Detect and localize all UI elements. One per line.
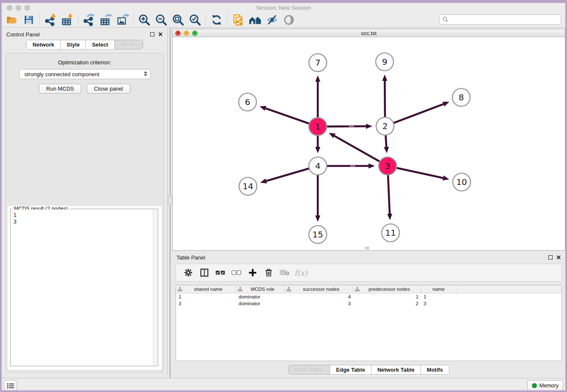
criterion-dropdown[interactable]: strongly connected component bbox=[19, 69, 151, 79]
refresh-button[interactable] bbox=[208, 13, 225, 27]
zoom-fit-icon bbox=[172, 14, 184, 26]
column-header-shared-name[interactable]: shared name bbox=[176, 285, 236, 293]
tab-motifs[interactable]: Motifs bbox=[421, 365, 449, 374]
float-panel-icon[interactable] bbox=[150, 32, 154, 36]
table-settings-button[interactable] bbox=[181, 266, 195, 279]
tab-select[interactable]: Select bbox=[86, 40, 114, 49]
tab-network[interactable]: Network bbox=[27, 40, 61, 49]
column-header-predecessor-nodes[interactable]: predecessor nodes bbox=[353, 285, 421, 293]
criterion-value: strongly connected component bbox=[25, 71, 99, 77]
export-network-button[interactable] bbox=[80, 13, 97, 27]
optimization-criterion-label: Optimization criterion: bbox=[6, 59, 163, 66]
add-column-icon bbox=[248, 268, 257, 277]
home-network-button[interactable] bbox=[247, 13, 264, 27]
table-panel-title: Table Panel bbox=[176, 254, 205, 261]
table-row[interactable]: 1 dominator 4 1 1 bbox=[176, 293, 561, 300]
search-input[interactable] bbox=[449, 15, 561, 24]
add-column-button[interactable] bbox=[245, 266, 260, 279]
edge-arrowhead-icon bbox=[260, 179, 267, 184]
delete-column-button[interactable] bbox=[261, 266, 276, 279]
run-mcds-button[interactable]: Run MCDS bbox=[39, 84, 81, 94]
table-row[interactable]: 3 dominator 3 2 3 bbox=[176, 300, 561, 307]
delete-column-icon bbox=[264, 268, 273, 277]
select-all-icon bbox=[215, 269, 226, 276]
node-table[interactable]: shared name MCDS role successor nodes pr… bbox=[176, 285, 562, 361]
zoom-out-button[interactable] bbox=[153, 13, 170, 27]
import-table-button[interactable] bbox=[59, 13, 76, 27]
graph-edge[interactable] bbox=[385, 81, 385, 118]
zoom-in-button[interactable] bbox=[136, 13, 153, 27]
toolbar-separator bbox=[133, 14, 134, 26]
function-builder-icon: f(x) bbox=[295, 268, 308, 277]
zoom-selected-icon bbox=[189, 14, 201, 26]
graph-edge[interactable] bbox=[266, 168, 310, 181]
graph-edge[interactable] bbox=[334, 136, 380, 162]
import-network-icon bbox=[44, 14, 57, 26]
graph-node-label: 11 bbox=[385, 228, 396, 238]
zoom-selected-button[interactable] bbox=[187, 13, 204, 27]
tree-icon bbox=[355, 287, 360, 292]
mcds-panel: Optimization criterion: strongly connect… bbox=[6, 53, 164, 373]
status-bar: Memory bbox=[0, 378, 567, 392]
search-field[interactable] bbox=[439, 14, 561, 25]
mcds-results-panel: MCDS result (2 nodes) 1 3 bbox=[8, 206, 162, 370]
close-panel-button[interactable]: Close panel bbox=[87, 84, 130, 94]
window-title: Session: New Session bbox=[0, 5, 567, 11]
hide-eye-icon bbox=[266, 14, 278, 26]
tab-edge-table[interactable]: Edge Table bbox=[330, 365, 371, 374]
tab-mcds[interactable]: MCDS bbox=[115, 40, 143, 49]
edge-arrowhead-icon bbox=[369, 163, 375, 168]
graph-edge[interactable] bbox=[265, 108, 310, 124]
deselect-all-button[interactable] bbox=[229, 266, 244, 279]
tree-icon bbox=[238, 287, 242, 292]
save-session-button[interactable] bbox=[20, 13, 37, 27]
task-history-button[interactable] bbox=[4, 380, 17, 391]
column-header-mcds-role[interactable]: MCDS role bbox=[236, 285, 285, 293]
network-window-titlebar[interactable]: ✕ − + scc.txt bbox=[173, 29, 565, 37]
table-header-row: shared name MCDS role successor nodes pr… bbox=[176, 285, 561, 293]
show-eye-button[interactable] bbox=[281, 13, 297, 27]
split-column-button[interactable] bbox=[197, 266, 212, 279]
select-all-button[interactable] bbox=[213, 266, 228, 279]
import-network-button[interactable] bbox=[42, 13, 59, 27]
column-header-name[interactable]: name bbox=[421, 285, 457, 293]
graph-node-label: 1 bbox=[315, 121, 321, 132]
zoom-fit-button[interactable] bbox=[170, 13, 187, 27]
mcds-result-text[interactable]: 1 3 bbox=[11, 210, 157, 365]
duplicate-network-button[interactable] bbox=[230, 13, 247, 27]
graph-edge[interactable] bbox=[385, 134, 386, 147]
result-scrollbar[interactable] bbox=[153, 210, 157, 365]
duplicate-network-icon bbox=[232, 14, 245, 26]
network-resize-grip[interactable] bbox=[365, 247, 369, 249]
function-builder-button[interactable]: f(x) bbox=[294, 266, 308, 279]
graph-node-label: 14 bbox=[242, 181, 253, 191]
network-graph[interactable]: 1234678910111415 bbox=[173, 37, 565, 250]
graph-edge[interactable] bbox=[396, 168, 443, 178]
edge-arrowhead-icon bbox=[366, 124, 372, 129]
network-view-window: ✕ − + scc.txt 1234678910111415 bbox=[172, 29, 565, 251]
tree-icon bbox=[286, 287, 291, 292]
network-canvas[interactable]: 1234678910111415 bbox=[173, 37, 565, 250]
graph-edge[interactable] bbox=[393, 104, 443, 123]
hide-eye-button[interactable] bbox=[264, 13, 281, 27]
close-panel-icon[interactable]: ✕ bbox=[158, 31, 163, 37]
open-session-button[interactable] bbox=[3, 13, 20, 27]
panel-splitter-grip[interactable] bbox=[168, 196, 172, 205]
tab-network-table[interactable]: Network Table bbox=[372, 365, 421, 374]
export-table-button[interactable] bbox=[97, 13, 114, 27]
edge-arrowhead-icon bbox=[387, 214, 392, 220]
delete-table-button[interactable] bbox=[278, 266, 292, 279]
memory-button[interactable]: Memory bbox=[527, 380, 563, 391]
tab-style[interactable]: Style bbox=[61, 40, 86, 49]
export-image-button[interactable] bbox=[114, 13, 131, 27]
tab-node-table[interactable]: Node Table bbox=[289, 365, 330, 374]
save-session-icon bbox=[23, 14, 35, 26]
float-table-panel-icon[interactable] bbox=[548, 255, 553, 259]
graph-node-label: 6 bbox=[245, 97, 250, 107]
close-table-panel-icon[interactable]: ✕ bbox=[556, 254, 561, 260]
graph-node-label: 4 bbox=[315, 161, 321, 171]
column-header-successor-nodes[interactable]: successor nodes bbox=[285, 285, 353, 293]
edge-arrowhead-icon bbox=[382, 75, 387, 81]
graph-edge[interactable] bbox=[388, 174, 390, 214]
graph-edge[interactable] bbox=[326, 126, 366, 127]
